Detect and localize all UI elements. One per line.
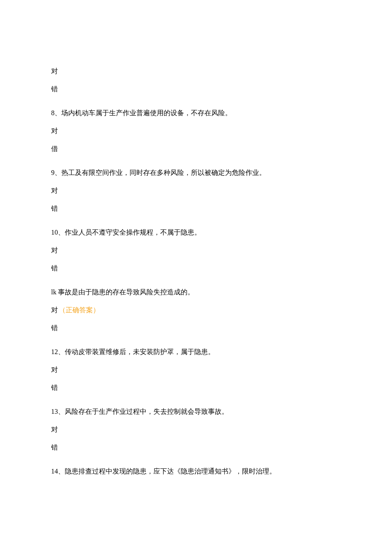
question-block-9: 9、热工及有限空间作业，同时存在多种风险，所以被确定为危险作业。 对 错 bbox=[51, 168, 341, 214]
option-false: 错 bbox=[51, 263, 341, 273]
correct-answer-label: （正确答案） bbox=[59, 305, 100, 315]
option-false: 错 bbox=[51, 203, 341, 214]
question-block-lk: lk 事故是由于隐患的存在导致风险失控造成的。 对 （正确答案） 错 bbox=[51, 287, 341, 333]
option-false: 错 bbox=[51, 383, 341, 393]
question-text: 9、热工及有限空间作业，同时存在多种风险，所以被确定为危险作业。 bbox=[51, 168, 341, 178]
option-false: 借 bbox=[51, 144, 341, 154]
option-true: 对 bbox=[51, 245, 341, 256]
option-true-row: 对 （正确答案） bbox=[51, 305, 341, 315]
option-true: 对 bbox=[51, 66, 341, 76]
question-text: 8、场内机动车属于生产作业普遍使用的设备，不存在风险。 bbox=[51, 108, 341, 118]
question-block-10: 10、作业人员不遵守安全操作规程，不属于隐患。 对 错 bbox=[51, 227, 341, 273]
question-text: 14、隐患排查过程中发现的隐患，应下达《隐患治理通知书》，限时治理。 bbox=[51, 466, 341, 477]
question-block-top: 对 错 bbox=[51, 66, 341, 94]
option-true: 对 bbox=[51, 365, 341, 375]
option-false: 错 bbox=[51, 442, 341, 453]
option-false: 错 bbox=[51, 323, 341, 333]
question-text: lk 事故是由于隐患的存在导致风险失控造成的。 bbox=[51, 287, 341, 297]
question-block-8: 8、场内机动车属于生产作业普遍使用的设备，不存在风险。 对 借 bbox=[51, 108, 341, 154]
question-text: 12、传动皮带装置维修后，未安装防护罩，属于隐患。 bbox=[51, 347, 341, 357]
question-block-12: 12、传动皮带装置维修后，未安装防护罩，属于隐患。 对 错 bbox=[51, 347, 341, 393]
option-false: 错 bbox=[51, 84, 341, 94]
question-block-13: 13、风险存在于生产作业过程中，失去控制就会导致事故。 对 错 bbox=[51, 407, 341, 453]
question-block-14: 14、隐患排查过程中发现的隐患，应下达《隐患治理通知书》，限时治理。 bbox=[51, 466, 341, 477]
option-true: 对 bbox=[51, 424, 341, 435]
option-true: 对 bbox=[51, 305, 58, 315]
question-text: 13、风险存在于生产作业过程中，失去控制就会导致事故。 bbox=[51, 407, 341, 417]
option-true: 对 bbox=[51, 126, 341, 136]
option-true: 对 bbox=[51, 186, 341, 196]
question-text: 10、作业人员不遵守安全操作规程，不属于隐患。 bbox=[51, 227, 341, 238]
